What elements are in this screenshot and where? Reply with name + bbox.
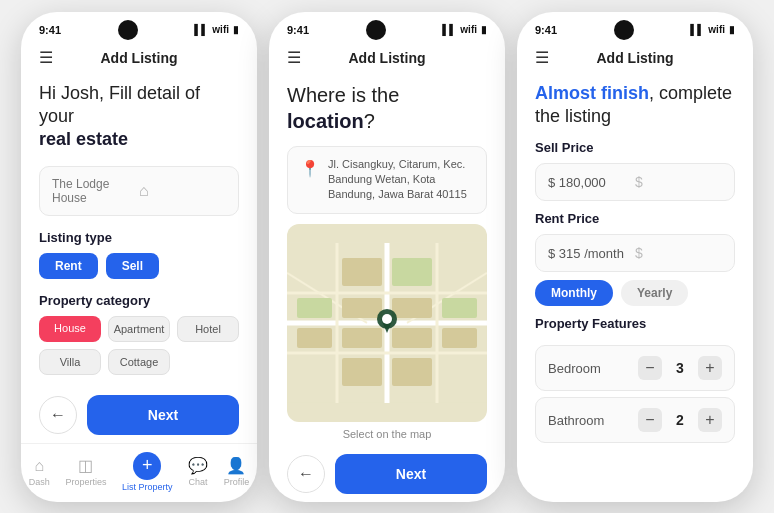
phone-2: 9:41 ▌▌ wifi ▮ ☰ Add Listing Where is th… (269, 12, 505, 502)
signal-icon-2: ▌▌ (442, 24, 456, 35)
properties-icon: ◫ (78, 456, 93, 475)
top-bar-1: ☰ Add Listing (21, 44, 257, 74)
phone3-content: Almost finish, complete the listing Sell… (517, 74, 753, 502)
sell-tag[interactable]: Sell (106, 253, 159, 279)
status-icons-1: ▌▌ wifi ▮ (194, 24, 239, 35)
chat-icon: 💬 (188, 456, 208, 475)
pin-icon: 📍 (300, 159, 320, 178)
svg-rect-10 (392, 298, 432, 318)
phone-1: 9:41 ▌▌ wifi ▮ ☰ Add Listing Hi Josh, Fi… (21, 12, 257, 502)
top-bar-title-1: Add Listing (101, 50, 178, 66)
phone2-content: Where is the location? 📍 Jl. Cisangkuy, … (269, 74, 505, 502)
status-bar-2: 9:41 ▌▌ wifi ▮ (269, 12, 505, 44)
wifi-icon-2: wifi (460, 24, 477, 35)
nav-dash-label: Dash (29, 477, 50, 487)
heading2-bold: location (287, 110, 364, 132)
hamburger-icon-1[interactable]: ☰ (39, 48, 53, 67)
nav-properties[interactable]: ◫ Properties (65, 456, 106, 487)
svg-rect-14 (442, 298, 477, 318)
top-bar-title-3: Add Listing (597, 50, 674, 66)
sell-price-section: Sell Price $ 180,000 $ (535, 140, 735, 201)
phone3-heading: Almost finish, complete the listing (535, 82, 735, 129)
bedroom-increment[interactable]: + (698, 356, 722, 380)
svg-rect-19 (342, 358, 382, 386)
heading-text-1: Hi Josh, Fill detail of your (39, 83, 200, 126)
wifi-icon-1: wifi (212, 24, 229, 35)
map-caption: Select on the map (287, 422, 487, 444)
battery-icon-3: ▮ (729, 24, 735, 35)
battery-icon-1: ▮ (233, 24, 239, 35)
heading-bold-1: real estate (39, 128, 239, 151)
bottom-nav-1: ⌂ Dash ◫ Properties + List Property 💬 Ch… (21, 443, 257, 502)
sell-price-label: Sell Price (535, 140, 735, 155)
cat-villa[interactable]: Villa (39, 349, 101, 375)
cat-apartment[interactable]: Apartment (108, 316, 170, 342)
status-icons-2: ▌▌ wifi ▮ (442, 24, 487, 35)
next-button-2[interactable]: Next (335, 454, 487, 494)
svg-point-23 (382, 314, 392, 324)
map-view[interactable] (287, 224, 487, 422)
period-row: Monthly Yearly (535, 280, 735, 306)
bathroom-decrement[interactable]: − (638, 408, 662, 432)
time-1: 9:41 (39, 24, 61, 36)
svg-rect-12 (392, 328, 432, 348)
yearly-btn[interactable]: Yearly (621, 280, 688, 306)
nav-list-label: List Property (122, 482, 173, 492)
rent-price-label: Rent Price (535, 211, 735, 226)
svg-rect-9 (342, 298, 382, 318)
rent-price-section: Rent Price $ 315 /month $ Monthly Yearly (535, 211, 735, 306)
status-bar-3: 9:41 ▌▌ wifi ▮ (517, 12, 753, 44)
cat-house[interactable]: House (39, 316, 101, 342)
bedroom-decrement[interactable]: − (638, 356, 662, 380)
nav-profile[interactable]: 👤 Profile (224, 456, 250, 487)
svg-rect-15 (297, 328, 332, 348)
hamburger-icon-3[interactable]: ☰ (535, 48, 549, 67)
back-button-1[interactable]: ← (39, 396, 77, 434)
signal-icon-1: ▌▌ (194, 24, 208, 35)
sell-price-input[interactable]: $ 180,000 $ (535, 163, 735, 201)
notch-3 (614, 20, 634, 40)
status-bar-1: 9:41 ▌▌ wifi ▮ (21, 12, 257, 44)
bedroom-value: 3 (672, 360, 688, 376)
cat-cottage[interactable]: Cottage (108, 349, 170, 375)
signal-icon-3: ▌▌ (690, 24, 704, 35)
profile-icon: 👤 (226, 456, 246, 475)
status-icons-3: ▌▌ wifi ▮ (690, 24, 735, 35)
input-placeholder-1: The Lodge House (52, 177, 139, 205)
property-category-label: Property category (39, 293, 239, 308)
nav-chat[interactable]: 💬 Chat (188, 456, 208, 487)
bathroom-stepper: − 2 + (638, 408, 722, 432)
time-2: 9:41 (287, 24, 309, 36)
top-bar-2: ☰ Add Listing (269, 44, 505, 74)
phone2-footer: ← Next (287, 444, 487, 502)
location-input[interactable]: 📍 Jl. Cisangkuy, Citarum, Kec. Bandung W… (287, 146, 487, 214)
home-icon-1: ⌂ (139, 182, 226, 200)
bedroom-stepper: − 3 + (638, 356, 722, 380)
nav-dash[interactable]: ⌂ Dash (29, 457, 50, 487)
nav-properties-label: Properties (65, 477, 106, 487)
monthly-btn[interactable]: Monthly (535, 280, 613, 306)
wifi-icon-3: wifi (708, 24, 725, 35)
property-name-input[interactable]: The Lodge House ⌂ (39, 166, 239, 216)
sell-price-value: $ 180,000 (548, 175, 635, 190)
next-button-1[interactable]: Next (87, 395, 239, 435)
phone1-footer: ← Next (39, 385, 239, 443)
rent-price-value: $ 315 /month (548, 246, 635, 261)
svg-rect-20 (392, 358, 432, 386)
property-features-label: Property Features (535, 316, 735, 331)
rent-price-input[interactable]: $ 315 /month $ (535, 234, 735, 272)
rent-tag[interactable]: Rent (39, 253, 98, 279)
listing-type-tags: Rent Sell (39, 253, 239, 279)
heading3-bold: Almost finish (535, 83, 649, 103)
phone-3: 9:41 ▌▌ wifi ▮ ☰ Add Listing Almost fini… (517, 12, 753, 502)
category-grid: House Apartment Hotel Villa Cottage (39, 316, 239, 375)
cat-hotel[interactable]: Hotel (177, 316, 239, 342)
bathroom-increment[interactable]: + (698, 408, 722, 432)
nav-list-property[interactable]: + List Property (122, 452, 173, 492)
back-button-2[interactable]: ← (287, 455, 325, 493)
sell-dollar-icon: $ (635, 174, 722, 190)
notch-1 (118, 20, 138, 40)
svg-rect-16 (442, 328, 477, 348)
battery-icon-2: ▮ (481, 24, 487, 35)
hamburger-icon-2[interactable]: ☰ (287, 48, 301, 67)
